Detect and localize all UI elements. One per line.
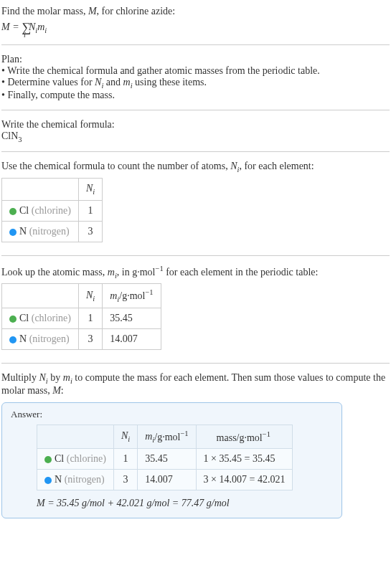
- mass-value: 3 × 14.007 = 42.021: [196, 470, 293, 490]
- m-value: 35.45: [103, 308, 161, 328]
- table-header-row: Ni mi/g·mol−1: [2, 284, 161, 308]
- chemical-formula-heading: Write the chemical formula:: [1, 119, 390, 131]
- empty-header: [2, 284, 79, 308]
- divider: [1, 151, 390, 152]
- m-value: 14.007: [138, 470, 196, 490]
- element-name: (nitrogen): [29, 333, 70, 344]
- compute-section: Multiply Ni by mi to compute the mass fo…: [1, 369, 390, 399]
- n-value: 3: [78, 328, 102, 349]
- element-symbol: Cl: [19, 313, 29, 323]
- count-atoms-section: Use the chemical formula to count the nu…: [1, 158, 390, 250]
- plan-section: Plan: • Write the chemical formula and g…: [1, 51, 390, 104]
- dot-icon: [9, 336, 17, 343]
- answer-table: Ni mi/g·mol−1 mass/g·mol−1 Cl (chlorine)…: [37, 425, 293, 490]
- element-symbol: N: [55, 474, 62, 485]
- intro-line1: Find the molar mass, M, for chlorine azi…: [1, 6, 390, 17]
- divider: [1, 255, 390, 256]
- element-cell: N (nitrogen): [2, 221, 79, 242]
- m-value: 35.45: [138, 449, 196, 470]
- plan-bullet-1: • Write the chemical formula and gather …: [1, 65, 390, 77]
- table-row: Cl (chlorine) 1 35.45: [2, 308, 161, 328]
- n-header: Ni: [78, 179, 102, 201]
- table-row: N (nitrogen) 3 14.007: [2, 328, 161, 349]
- dot-icon: [9, 316, 17, 323]
- element-symbol: Cl: [55, 453, 64, 464]
- element-name: (chlorine): [32, 205, 71, 216]
- table-row: Cl (chlorine) 1: [2, 200, 103, 221]
- empty-header: [2, 179, 79, 201]
- intro-section: Find the molar mass, M, for chlorine azi…: [1, 3, 390, 39]
- dot-icon: [9, 229, 17, 236]
- element-name: (nitrogen): [29, 226, 70, 237]
- table-row: N (nitrogen) 3 14.007 3 × 14.007 = 42.02…: [37, 470, 293, 490]
- n-header: Ni: [78, 284, 102, 308]
- element-cell: N (nitrogen): [2, 328, 79, 349]
- plan-heading: Plan:: [1, 54, 390, 65]
- mass-header: mass/g·mol−1: [196, 425, 293, 448]
- atomic-mass-table: Ni mi/g·mol−1 Cl (chlorine) 1 35.45 N (n…: [1, 283, 161, 349]
- table-row: N (nitrogen) 3: [2, 221, 103, 242]
- dot-icon: [44, 477, 52, 484]
- compute-heading: Multiply Ni by mi to compute the mass fo…: [1, 372, 390, 397]
- answer-label: Answer:: [11, 409, 333, 420]
- n-value: 3: [113, 470, 137, 490]
- divider: [1, 363, 390, 364]
- element-name: (nitrogen): [65, 474, 105, 485]
- element-symbol: Cl: [19, 205, 29, 216]
- table-header-row: Ni: [2, 179, 103, 201]
- chemical-formula-section: Write the chemical formula: ClN3: [1, 116, 390, 146]
- n-header: Ni: [113, 425, 137, 448]
- element-symbol: N: [19, 226, 27, 237]
- count-atoms-heading: Use the chemical formula to count the nu…: [1, 161, 390, 174]
- answer-box: Answer: Ni mi/g·mol−1 mass/g·mol−1 Cl (c…: [1, 402, 342, 518]
- intro-formula: M = ∑iNimi: [1, 17, 390, 36]
- element-symbol: N: [19, 333, 27, 344]
- n-value: 1: [78, 308, 102, 328]
- n-value: 1: [113, 449, 137, 470]
- m-header: mi/g·mol−1: [138, 425, 196, 448]
- atomic-mass-section: Look up the atomic mass, mi, in g·mol−1 …: [1, 262, 390, 357]
- divider: [1, 44, 390, 45]
- m-value: 14.007: [103, 328, 161, 349]
- atom-count-table: Ni Cl (chlorine) 1 N (nitrogen) 3: [1, 178, 103, 242]
- empty-header: [37, 425, 114, 448]
- dot-icon: [44, 456, 52, 463]
- atomic-mass-heading: Look up the atomic mass, mi, in g·mol−1 …: [1, 265, 390, 279]
- element-cell: Cl (chlorine): [2, 200, 79, 221]
- table-row: Cl (chlorine) 1 35.45 1 × 35.45 = 35.45: [37, 449, 293, 470]
- final-result: M = 35.45 g/mol + 42.021 g/mol = 77.47 g…: [37, 498, 333, 509]
- element-cell: Cl (chlorine): [2, 308, 79, 328]
- n-value: 3: [78, 221, 102, 242]
- n-value: 1: [78, 200, 102, 221]
- dot-icon: [9, 208, 17, 215]
- divider: [1, 110, 390, 110]
- element-cell: N (nitrogen): [37, 470, 114, 490]
- chemical-formula-value: ClN3: [1, 131, 390, 143]
- element-cell: Cl (chlorine): [37, 449, 114, 470]
- plan-bullet-3: • Finally, compute the mass.: [1, 90, 390, 101]
- element-name: (chlorine): [32, 313, 71, 323]
- element-name: (chlorine): [67, 453, 106, 464]
- plan-bullet-2: • Determine values for Ni and mi using t…: [1, 77, 390, 90]
- mass-value: 1 × 35.45 = 35.45: [196, 449, 293, 470]
- m-header: mi/g·mol−1: [103, 284, 161, 308]
- table-header-row: Ni mi/g·mol−1 mass/g·mol−1: [37, 425, 293, 448]
